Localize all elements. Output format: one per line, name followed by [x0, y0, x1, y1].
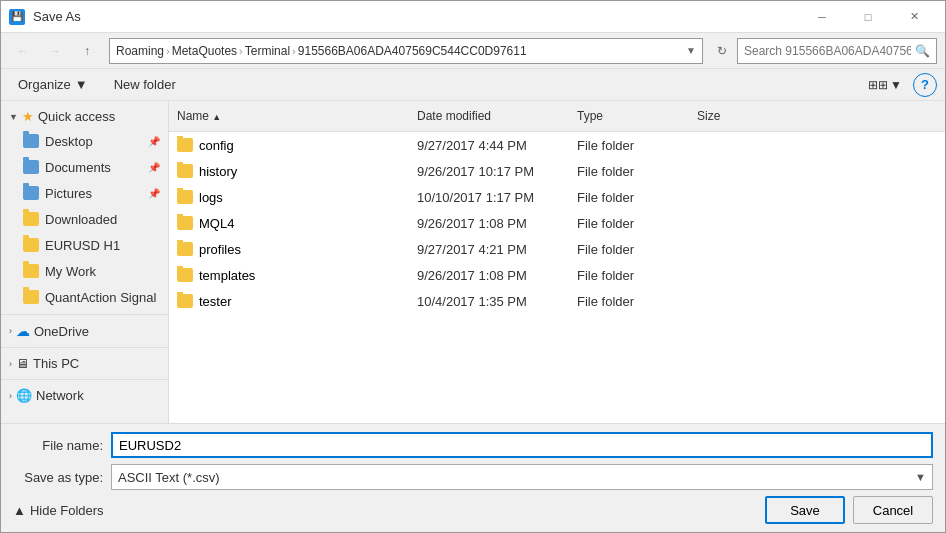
logs-type: File folder	[569, 188, 689, 207]
eurusd-folder-icon	[23, 238, 39, 252]
filetype-value: ASCII Text (*.csv)	[118, 470, 915, 485]
secondary-toolbar: Organize ▼ New folder ⊞⊞ ▼ ?	[1, 69, 945, 101]
mywork-folder-icon	[23, 264, 39, 278]
sidebar-item-my-work[interactable]: My Work	[1, 258, 168, 284]
breadcrumb-roaming[interactable]: Roaming	[116, 44, 164, 58]
sidebar-item-documents[interactable]: Documents 📌	[1, 154, 168, 180]
sidebar-item-quantaction[interactable]: QuantAction Signal	[1, 284, 168, 310]
templates-size	[689, 273, 769, 277]
sidebar-divider-3	[1, 379, 168, 380]
templates-folder-icon	[177, 268, 193, 282]
filetype-select[interactable]: ASCII Text (*.csv) ▼	[111, 464, 933, 490]
forward-button[interactable]: →	[41, 37, 69, 65]
col-header-name[interactable]: Name ▲	[169, 105, 409, 127]
file-item-mql4[interactable]: MQL4 9/26/2017 1:08 PM File folder	[169, 210, 945, 236]
onedrive-label: OneDrive	[34, 324, 89, 339]
breadcrumb-metaquotes[interactable]: MetaQuotes	[172, 44, 237, 58]
up-button[interactable]: ↑	[73, 37, 101, 65]
sidebar-item-pictures-label: Pictures	[45, 186, 92, 201]
back-button[interactable]: ←	[9, 37, 37, 65]
profiles-folder-icon	[177, 242, 193, 256]
pin-icon-documents: 📌	[148, 162, 160, 173]
file-item-profiles[interactable]: profiles 9/27/2017 4:21 PM File folder	[169, 236, 945, 262]
history-size	[689, 169, 769, 173]
logs-size	[689, 195, 769, 199]
title-bar-left: 💾 Save As	[9, 9, 81, 25]
logs-folder-icon	[177, 190, 193, 204]
mql4-name: MQL4	[199, 216, 234, 231]
sidebar-item-downloaded[interactable]: Downloaded	[1, 206, 168, 232]
sidebar-item-mywork-label: My Work	[45, 264, 96, 279]
file-item-config[interactable]: config 9/27/2017 4:44 PM File folder	[169, 132, 945, 158]
file-item-history[interactable]: history 9/26/2017 10:17 PM File folder	[169, 158, 945, 184]
file-item-tester[interactable]: tester 10/4/2017 1:35 PM File folder	[169, 288, 945, 314]
view-options-button[interactable]: ⊞⊞ ▼	[861, 73, 909, 97]
chevron-right-icon: ›	[9, 326, 12, 336]
hide-folders-button[interactable]: ▲ Hide Folders	[13, 503, 104, 518]
filetype-dropdown-icon[interactable]: ▼	[915, 471, 926, 483]
hide-folders-label: Hide Folders	[30, 503, 104, 518]
tester-size	[689, 299, 769, 303]
pc-icon: 🖥	[16, 356, 29, 371]
documents-folder-icon	[23, 160, 39, 174]
title-bar: 💾 Save As ─ □ ✕	[1, 1, 945, 33]
sidebar-item-eurusd-label: EURUSD H1	[45, 238, 120, 253]
file-item-logs[interactable]: logs 10/10/2017 1:17 PM File folder	[169, 184, 945, 210]
button-row: ▲ Hide Folders Save Cancel	[13, 496, 933, 524]
bottom-area: File name: Save as type: ASCII Text (*.c…	[1, 423, 945, 532]
history-name: history	[199, 164, 237, 179]
new-folder-button[interactable]: New folder	[105, 73, 185, 97]
col-header-type[interactable]: Type	[569, 105, 689, 127]
filename-input[interactable]	[111, 432, 933, 458]
col-header-size[interactable]: Size	[689, 105, 769, 127]
sidebar-item-eurusd-h1[interactable]: EURUSD H1	[1, 232, 168, 258]
pictures-folder-icon	[23, 186, 39, 200]
chevron-down-icon: ▼	[9, 112, 18, 122]
tester-name: tester	[199, 294, 232, 309]
config-folder-icon	[177, 138, 193, 152]
help-button[interactable]: ?	[913, 73, 937, 97]
sidebar-network[interactable]: › 🌐 Network	[1, 384, 168, 407]
file-item-templates[interactable]: templates 9/26/2017 1:08 PM File folder	[169, 262, 945, 288]
sidebar-item-desktop[interactable]: Desktop 📌	[1, 128, 168, 154]
breadcrumb-sep-3: ›	[292, 45, 296, 57]
address-dropdown-button[interactable]: ▼	[686, 45, 696, 56]
history-folder-icon	[177, 164, 193, 178]
sidebar-quick-access-header[interactable]: ▼ ★ Quick access	[1, 105, 168, 128]
sidebar-thispc[interactable]: › 🖥 This PC	[1, 352, 168, 375]
breadcrumb-guid[interactable]: 915566BA06ADA407569C544CC0D97611	[298, 44, 527, 58]
cancel-button[interactable]: Cancel	[853, 496, 933, 524]
refresh-button[interactable]: ↻	[711, 40, 733, 62]
save-button[interactable]: Save	[765, 496, 845, 524]
maximize-button[interactable]: □	[845, 1, 891, 33]
profiles-size	[689, 247, 769, 251]
close-button[interactable]: ✕	[891, 1, 937, 33]
mql4-size	[689, 221, 769, 225]
search-input[interactable]	[744, 44, 911, 58]
profiles-date: 9/27/2017 4:21 PM	[409, 240, 569, 259]
breadcrumb: Roaming › MetaQuotes › Terminal › 915566…	[116, 44, 682, 58]
address-toolbar: ← → ↑ Roaming › MetaQuotes › Terminal › …	[1, 33, 945, 69]
organize-chevron-icon: ▼	[75, 77, 88, 92]
sidebar-onedrive[interactable]: › ☁ OneDrive	[1, 319, 168, 343]
breadcrumb-sep-2: ›	[239, 45, 243, 57]
sidebar-item-quantaction-label: QuantAction Signal	[45, 290, 156, 305]
col-name-label: Name	[177, 109, 209, 123]
breadcrumb-sep-1: ›	[166, 45, 170, 57]
sidebar-divider-1	[1, 314, 168, 315]
network-label: Network	[36, 388, 84, 403]
address-bar[interactable]: Roaming › MetaQuotes › Terminal › 915566…	[109, 38, 703, 64]
profiles-type: File folder	[569, 240, 689, 259]
sort-arrow-icon: ▲	[212, 112, 221, 122]
sidebar-item-desktop-label: Desktop	[45, 134, 93, 149]
filename-row: File name:	[13, 432, 933, 458]
config-size	[689, 143, 769, 147]
minimize-button[interactable]: ─	[799, 1, 845, 33]
hide-folders-chevron-icon: ▲	[13, 503, 26, 518]
sidebar-item-pictures[interactable]: Pictures 📌	[1, 180, 168, 206]
organize-button[interactable]: Organize ▼	[9, 73, 97, 97]
breadcrumb-terminal[interactable]: Terminal	[245, 44, 290, 58]
col-header-date[interactable]: Date modified	[409, 105, 569, 127]
search-icon: 🔍	[915, 44, 930, 58]
quick-access-label: Quick access	[38, 109, 115, 124]
